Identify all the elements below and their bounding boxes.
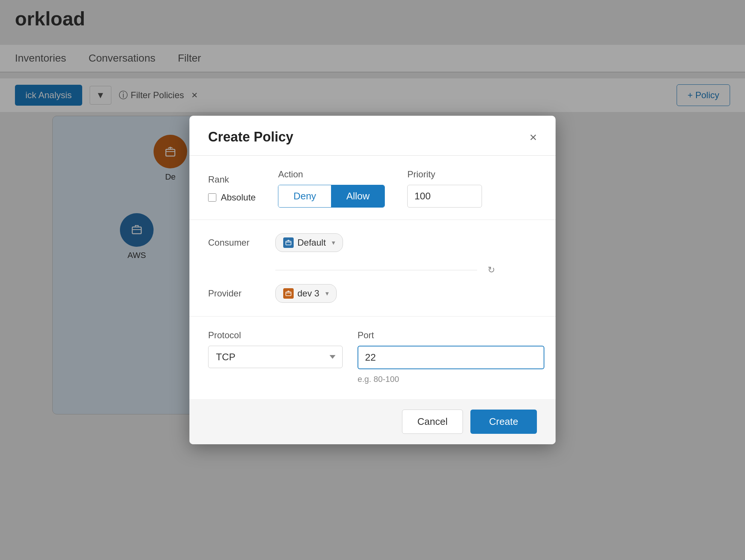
create-policy-modal: Create Policy × Rank Absolute Action Den…	[189, 116, 556, 444]
absolute-label: Absolute	[221, 192, 256, 203]
action-toggle-group: Deny Allow	[278, 185, 385, 208]
provider-select[interactable]: dev 3 ▾	[275, 284, 337, 303]
svg-rect-3	[286, 241, 291, 245]
action-field-group: Action Deny Allow	[278, 169, 385, 208]
protocol-group: Protocol TCP UDP ICMP ANY	[208, 330, 343, 368]
modal-footer: Cancel Create	[189, 399, 556, 444]
protocol-port-section: Protocol TCP UDP ICMP ANY Port e.g. 80-1…	[189, 317, 556, 399]
provider-row: Provider dev 3 ▾	[208, 284, 537, 303]
absolute-row: Absolute	[208, 192, 256, 203]
protocol-port-row: Protocol TCP UDP ICMP ANY Port e.g. 80-1…	[208, 330, 537, 384]
action-label: Action	[278, 169, 385, 180]
separator-row: ↻	[275, 263, 537, 277]
port-hint: e.g. 80-100	[358, 374, 544, 384]
port-label: Port	[358, 330, 544, 340]
port-group: Port e.g. 80-100	[358, 330, 544, 384]
svg-rect-4	[286, 292, 291, 296]
modal-header: Create Policy ×	[189, 116, 556, 156]
consumer-select[interactable]: Default ▾	[275, 233, 343, 252]
allow-button[interactable]: Allow	[331, 185, 384, 207]
protocol-label: Protocol	[208, 330, 343, 340]
protocol-select[interactable]: TCP UDP ICMP ANY	[208, 346, 343, 368]
create-button[interactable]: Create	[470, 410, 537, 434]
rank-label: Rank	[208, 174, 256, 185]
consumer-icon	[283, 237, 294, 248]
provider-value: dev 3	[297, 288, 319, 299]
modal-title: Create Policy	[208, 129, 293, 145]
separator-line	[275, 270, 477, 270]
absolute-checkbox[interactable]	[208, 193, 216, 202]
priority-field-group: Priority	[407, 169, 482, 208]
rank-action-priority-section: Rank Absolute Action Deny Allow Priority	[189, 156, 556, 220]
port-input[interactable]	[358, 346, 544, 369]
rank-field-group: Rank Absolute	[208, 174, 256, 203]
consumer-value: Default	[297, 237, 326, 248]
priority-label: Priority	[407, 169, 482, 180]
consumer-row: Consumer Default ▾	[208, 233, 537, 252]
provider-chevron: ▾	[325, 289, 329, 298]
priority-input[interactable]	[407, 185, 482, 208]
modal-close-button[interactable]: ×	[529, 131, 537, 143]
consumer-provider-section: Consumer Default ▾	[189, 220, 556, 317]
provider-label: Provider	[208, 288, 260, 299]
consumer-label: Consumer	[208, 237, 260, 248]
consumer-chevron: ▾	[332, 239, 335, 247]
refresh-icon[interactable]: ↻	[485, 263, 498, 277]
cancel-button[interactable]: Cancel	[402, 410, 463, 434]
modal-body: Rank Absolute Action Deny Allow Priority	[189, 156, 556, 399]
deny-button[interactable]: Deny	[278, 185, 331, 207]
provider-icon	[283, 288, 294, 299]
